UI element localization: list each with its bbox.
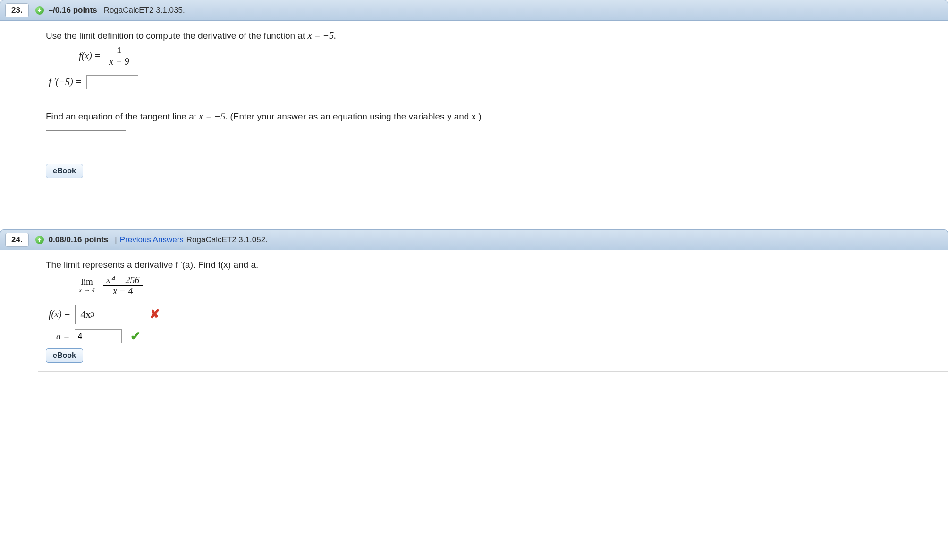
question-header: 23. + –/0.16 points RogaCalcET2 3.1.035. bbox=[0, 0, 948, 21]
fprime-label: f '(−5) = bbox=[49, 76, 82, 87]
instr-24: The limit represents a derivative f '(a)… bbox=[46, 260, 258, 270]
frac-num: 1 bbox=[114, 46, 125, 56]
instruction-part-a: Use the limit definition to compute the … bbox=[46, 31, 307, 41]
a-label: a = bbox=[56, 331, 70, 342]
lim-bot: x → 4 bbox=[79, 287, 95, 294]
lim-top: lim bbox=[81, 277, 93, 286]
ebook-button[interactable]: eBook bbox=[46, 164, 83, 178]
reference-label: RogaCalcET2 3.1.052. bbox=[186, 235, 268, 245]
limit-expression: lim x → 4 x⁴ − 256 x − 4 bbox=[79, 275, 940, 296]
fraction: 1 x + 9 bbox=[106, 46, 132, 67]
instr-b-pre: Find an equation of the tangent line at bbox=[46, 111, 199, 121]
fx-value: 4x bbox=[80, 308, 91, 321]
instr-b-x: x = −5. bbox=[199, 111, 228, 121]
reference-label: RogaCalcET2 3.1.035. bbox=[104, 6, 185, 15]
fraction: x⁴ − 256 x − 4 bbox=[103, 275, 142, 296]
instruction-text-b: Find an equation of the tangent line at … bbox=[46, 111, 940, 122]
wrong-icon: ✘ bbox=[150, 307, 160, 322]
expand-icon[interactable]: + bbox=[35, 236, 44, 244]
question-header: 24. + 0.08/0.16 points | Previous Answer… bbox=[0, 229, 948, 250]
question-body: Use the limit definition to compute the … bbox=[38, 21, 948, 187]
question-number: 24. bbox=[5, 233, 29, 247]
divider: | bbox=[115, 235, 117, 245]
fprime-row: f '(−5) = bbox=[49, 75, 940, 89]
frac-num: x⁴ − 256 bbox=[103, 275, 142, 286]
function-definition: f(x) = 1 x + 9 bbox=[79, 46, 940, 67]
limit-symbol: lim x → 4 bbox=[79, 277, 95, 294]
ebook-button[interactable]: eBook bbox=[46, 348, 83, 363]
question-23: 23. + –/0.16 points RogaCalcET2 3.1.035.… bbox=[0, 0, 948, 187]
fx-label: f(x) = bbox=[49, 309, 70, 320]
func-lhs: f(x) = bbox=[79, 51, 101, 61]
previous-answers-link[interactable]: Previous Answers bbox=[120, 235, 184, 245]
points-label: 0.08/0.16 points bbox=[49, 235, 109, 245]
question-number: 23. bbox=[5, 3, 29, 17]
instruction-text: The limit represents a derivative f '(a)… bbox=[46, 260, 940, 270]
fx-row: f(x) = 4x3 ✘ bbox=[49, 305, 940, 324]
correct-icon: ✔ bbox=[130, 329, 141, 344]
points-label: –/0.16 points bbox=[49, 6, 97, 15]
question-24: 24. + 0.08/0.16 points | Previous Answer… bbox=[0, 229, 948, 372]
fx-exp: 3 bbox=[91, 310, 94, 319]
question-body: The limit represents a derivative f '(a)… bbox=[38, 250, 948, 372]
frac-den: x + 9 bbox=[106, 56, 132, 67]
expand-icon[interactable]: + bbox=[35, 6, 44, 15]
frac-den: x − 4 bbox=[110, 286, 135, 296]
tangent-line-input[interactable] bbox=[46, 130, 126, 153]
fx-answer[interactable]: 4x3 bbox=[75, 305, 141, 324]
a-row: a = ✔ bbox=[56, 329, 940, 344]
instruction-math: x = −5. bbox=[307, 30, 336, 41]
fprime-input[interactable] bbox=[86, 75, 138, 89]
instruction-text: Use the limit definition to compute the … bbox=[46, 30, 940, 41]
instr-b-post: (Enter your answer as an equation using … bbox=[230, 111, 481, 121]
a-input[interactable] bbox=[75, 329, 122, 343]
